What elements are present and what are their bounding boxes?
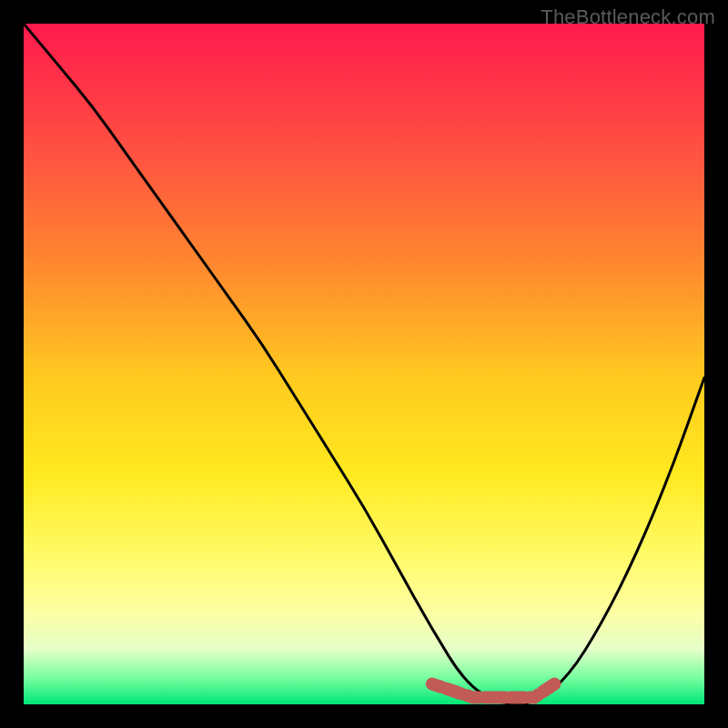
plot-area [24, 24, 704, 704]
bottleneck-curve [24, 24, 704, 704]
optimal-band-dots [432, 684, 555, 698]
curve-layer [24, 24, 704, 704]
watermark-label: TheBottleneck.com [541, 5, 715, 29]
chart-container: TheBottleneck.com [0, 0, 728, 728]
